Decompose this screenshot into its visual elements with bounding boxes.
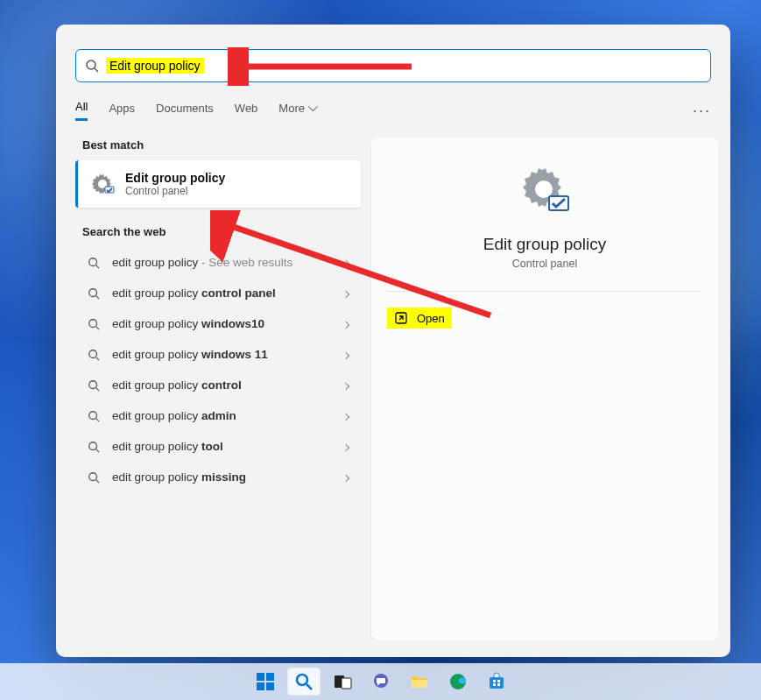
web-result-item[interactable]: edit group policy tool bbox=[75, 431, 361, 462]
web-result-text: edit group policy missing bbox=[112, 470, 246, 484]
chevron-right-icon bbox=[343, 317, 349, 330]
tab-more[interactable]: More bbox=[278, 102, 315, 120]
svg-point-12 bbox=[89, 380, 97, 388]
svg-point-16 bbox=[89, 442, 97, 449]
chevron-right-icon bbox=[343, 286, 349, 300]
svg-line-5 bbox=[96, 265, 100, 268]
search-icon bbox=[88, 410, 100, 422]
open-button[interactable]: Open bbox=[387, 308, 452, 329]
tab-all[interactable]: All bbox=[75, 100, 88, 121]
web-result-text: edit group policy windows10 bbox=[112, 317, 264, 330]
svg-point-18 bbox=[89, 472, 97, 480]
web-result-text: edit group policy windows 11 bbox=[112, 348, 268, 361]
best-match-subtitle: Control panel bbox=[125, 185, 225, 197]
best-match-result[interactable]: Edit group policy Control panel bbox=[75, 160, 361, 208]
search-icon bbox=[88, 349, 100, 361]
svg-line-11 bbox=[96, 357, 100, 360]
web-result-item[interactable]: edit group policy windows 11 bbox=[75, 339, 361, 370]
control-panel-icon bbox=[90, 172, 115, 196]
svg-rect-38 bbox=[490, 677, 504, 689]
edge-button[interactable] bbox=[441, 668, 475, 696]
search-icon bbox=[88, 318, 100, 330]
search-taskbar-button[interactable] bbox=[287, 668, 321, 696]
chevron-down-icon bbox=[308, 102, 318, 111]
svg-rect-39 bbox=[493, 680, 496, 682]
tab-apps[interactable]: Apps bbox=[109, 102, 135, 120]
svg-rect-41 bbox=[493, 683, 496, 686]
search-web-heading: Search the web bbox=[82, 225, 361, 238]
preview-subtitle: Control panel bbox=[387, 258, 702, 270]
web-result-text: edit group policy tool bbox=[112, 440, 223, 453]
tab-more-label: More bbox=[278, 102, 305, 115]
web-result-item[interactable]: edit group policy control panel bbox=[75, 278, 361, 308]
chevron-right-icon bbox=[343, 440, 349, 453]
svg-line-32 bbox=[307, 684, 312, 689]
web-result-text: edit group policy control panel bbox=[112, 286, 276, 300]
web-result-item[interactable]: edit group policy admin bbox=[75, 400, 361, 431]
svg-line-13 bbox=[96, 387, 100, 391]
svg-point-8 bbox=[89, 319, 97, 327]
svg-line-15 bbox=[96, 418, 100, 421]
web-result-text: edit group policy control bbox=[112, 378, 242, 392]
chat-button[interactable] bbox=[364, 668, 398, 696]
open-icon bbox=[394, 311, 408, 325]
start-button[interactable] bbox=[249, 668, 282, 696]
svg-line-19 bbox=[96, 479, 100, 483]
chevron-right-icon bbox=[343, 256, 349, 269]
chevron-right-icon bbox=[343, 470, 349, 484]
web-result-item[interactable]: edit group policy missing bbox=[75, 462, 361, 492]
chevron-right-icon bbox=[343, 378, 349, 392]
web-results-list: edit group policy - See web resultsedit … bbox=[75, 247, 361, 492]
taskbar bbox=[0, 663, 761, 700]
preview-pane: Edit group policy Control panel Open bbox=[371, 138, 718, 640]
best-match-heading: Best match bbox=[82, 138, 361, 152]
svg-rect-29 bbox=[257, 682, 264, 690]
svg-line-7 bbox=[96, 295, 100, 299]
web-result-item[interactable]: edit group policy - See web results bbox=[75, 247, 361, 278]
svg-rect-34 bbox=[342, 678, 351, 689]
overflow-menu-button[interactable]: ··· bbox=[693, 102, 711, 120]
web-result-text: edit group policy admin bbox=[112, 409, 236, 422]
store-button[interactable] bbox=[480, 668, 513, 696]
svg-point-20 bbox=[535, 180, 553, 198]
open-label: Open bbox=[417, 312, 445, 325]
preview-icon bbox=[519, 165, 570, 219]
search-icon bbox=[88, 287, 100, 300]
svg-rect-36 bbox=[412, 680, 427, 688]
file-explorer-button[interactable] bbox=[403, 668, 436, 696]
preview-title: Edit group policy bbox=[387, 235, 702, 254]
task-view-button[interactable] bbox=[326, 668, 359, 696]
web-result-item[interactable]: edit group policy windows10 bbox=[75, 308, 361, 339]
svg-rect-28 bbox=[266, 673, 274, 681]
search-icon bbox=[88, 257, 100, 269]
svg-rect-30 bbox=[266, 682, 274, 690]
divider bbox=[387, 291, 702, 292]
search-icon bbox=[88, 471, 100, 484]
svg-line-9 bbox=[96, 326, 100, 329]
search-icon bbox=[88, 441, 100, 453]
web-result-text: edit group policy - See web results bbox=[112, 256, 292, 269]
svg-rect-42 bbox=[497, 683, 500, 686]
search-icon bbox=[88, 379, 100, 392]
tab-documents[interactable]: Documents bbox=[156, 102, 214, 120]
svg-rect-27 bbox=[257, 673, 264, 681]
svg-line-1 bbox=[95, 68, 98, 72]
chevron-right-icon bbox=[343, 409, 349, 422]
svg-point-6 bbox=[89, 288, 97, 296]
results-column: Best match Edit group policy Control pan… bbox=[75, 138, 361, 640]
search-icon bbox=[85, 59, 99, 73]
svg-point-0 bbox=[87, 60, 95, 69]
search-input-text: Edit group policy bbox=[106, 58, 204, 74]
svg-line-17 bbox=[96, 449, 100, 452]
svg-point-31 bbox=[297, 675, 307, 685]
svg-point-14 bbox=[89, 411, 97, 419]
filter-tabs: All Apps Documents Web More ··· bbox=[75, 100, 711, 121]
chevron-right-icon bbox=[343, 348, 349, 361]
search-box[interactable]: Edit group policy bbox=[75, 49, 711, 82]
web-result-item[interactable]: edit group policy control bbox=[75, 370, 361, 400]
svg-point-4 bbox=[89, 258, 97, 265]
svg-point-10 bbox=[89, 350, 97, 357]
svg-rect-40 bbox=[497, 680, 500, 682]
tab-web[interactable]: Web bbox=[235, 102, 258, 120]
best-match-title: Edit group policy bbox=[125, 171, 225, 185]
